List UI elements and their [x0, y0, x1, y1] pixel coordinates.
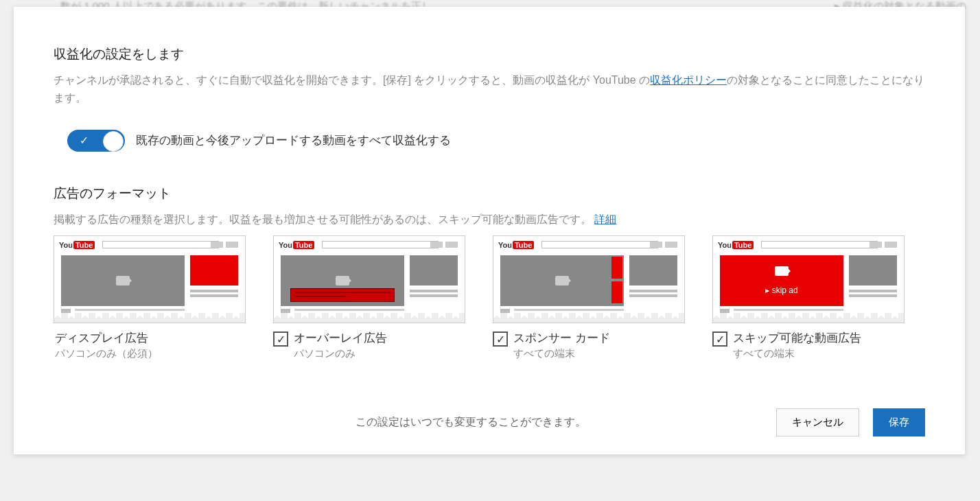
under-mock — [281, 309, 290, 316]
camera-icon — [116, 276, 130, 286]
section-title: 広告のフォーマット — [54, 185, 925, 202]
format-title: オーバーレイ広告 — [294, 330, 387, 346]
under-mock — [514, 309, 624, 317]
ad-thumb-sponsor: YouTube — [493, 235, 685, 323]
toggle-label: 既存の動画と今後アップロードする動画をすべて収益化する — [136, 132, 451, 148]
side-lines — [410, 290, 458, 299]
side-mock — [410, 255, 458, 286]
top-bits — [430, 242, 458, 248]
ad-highlight: ▸ skip ad — [720, 255, 843, 306]
side-mock — [629, 255, 677, 286]
ad-highlight — [611, 281, 622, 303]
camera-icon — [555, 276, 569, 286]
format-sub: すべての端末 — [513, 347, 610, 360]
youtube-logo: YouTube — [718, 241, 754, 249]
format-sub: すべての端末 — [733, 347, 861, 360]
format-sub: パソコンのみ（必須） — [55, 347, 246, 360]
search-bar-mock — [541, 241, 658, 248]
monetization-settings-dialog: 収益化の設定をします チャンネルが承認されると、すぐに自動で収益化を開始できます… — [14, 7, 965, 454]
sponsor-card-checkbox[interactable]: ✓ — [493, 331, 508, 347]
format-title: スキップ可能な動画広告 — [733, 330, 861, 346]
ad-highlight — [190, 255, 238, 286]
ad-format-skippable: YouTube ▸ skip ad ✓ スキップ可能な動画広告 すべての端末 — [712, 235, 905, 360]
save-button[interactable]: 保存 — [873, 408, 925, 436]
monetize-all-toggle[interactable]: ✓ — [67, 130, 125, 152]
cancel-button[interactable]: キャンセル — [776, 408, 859, 436]
under-mock — [294, 309, 404, 317]
desc-text: チャンネルが承認されると、すぐに自動で収益化を開始できます。[保存] をクリック… — [54, 74, 650, 86]
youtube-logo: YouTube — [279, 241, 314, 249]
monetization-policy-link[interactable]: 収益化ポリシー — [650, 74, 727, 86]
ad-thumb-display: YouTube — [54, 235, 246, 323]
format-title: スポンサー カード — [513, 330, 610, 346]
ad-highlight — [611, 257, 622, 279]
video-mock — [61, 255, 185, 306]
side-mock — [849, 255, 897, 286]
under-mock — [720, 309, 730, 316]
video-mock — [500, 255, 624, 306]
ad-highlight — [290, 288, 395, 302]
under-mock — [500, 309, 510, 316]
top-bits — [870, 242, 897, 248]
skippable-ad-checkbox[interactable]: ✓ — [712, 331, 727, 347]
camera-icon — [336, 276, 349, 286]
search-bar-mock — [322, 241, 439, 248]
details-link[interactable]: 詳細 — [594, 213, 616, 225]
search-bar-mock — [102, 241, 219, 248]
desc-text: 掲載する広告の種類を選択します。収益を最も増加させる可能性があるのは、スキップ可… — [54, 213, 592, 225]
side-lines — [190, 290, 238, 299]
format-sub: パソコンのみ — [294, 347, 387, 360]
video-mock — [281, 255, 404, 306]
ad-format-sponsor-card: YouTube ✓ スポンサー カード すべての端末 — [493, 235, 685, 360]
top-bits — [211, 242, 238, 248]
ad-format-overlay: YouTube ✓ オーバーレイ広告 パソコンのみ — [273, 235, 465, 360]
section-description: チャンネルが承認されると、すぐに自動で収益化を開始できます。[保存] をクリック… — [54, 71, 925, 108]
youtube-logo: YouTube — [498, 241, 534, 249]
skip-ad-label: ▸ skip ad — [720, 286, 843, 295]
top-bits — [650, 242, 677, 248]
format-title: ディスプレイ広告 — [55, 330, 246, 346]
section-description: 掲載する広告の種類を選択します。収益を最も増加させる可能性があるのは、スキップ可… — [54, 211, 925, 229]
section-title: 収益化の設定をします — [54, 45, 925, 63]
check-icon: ✓ — [80, 134, 89, 147]
footer-message: この設定はいつでも変更することができます。 — [54, 415, 586, 430]
under-mock — [734, 309, 843, 317]
youtube-logo: YouTube — [59, 241, 95, 249]
ad-thumb-skippable: YouTube ▸ skip ad — [712, 235, 905, 323]
under-mock — [61, 309, 71, 316]
camera-icon — [775, 266, 789, 276]
side-lines — [849, 290, 897, 299]
side-lines — [629, 290, 677, 299]
search-bar-mock — [761, 241, 878, 248]
ad-thumb-overlay: YouTube — [273, 235, 465, 323]
under-mock — [75, 309, 185, 317]
overlay-ad-checkbox[interactable]: ✓ — [273, 331, 288, 347]
ad-format-display: YouTube ディスプレイ広告 パソコンのみ（必須） — [54, 235, 246, 360]
